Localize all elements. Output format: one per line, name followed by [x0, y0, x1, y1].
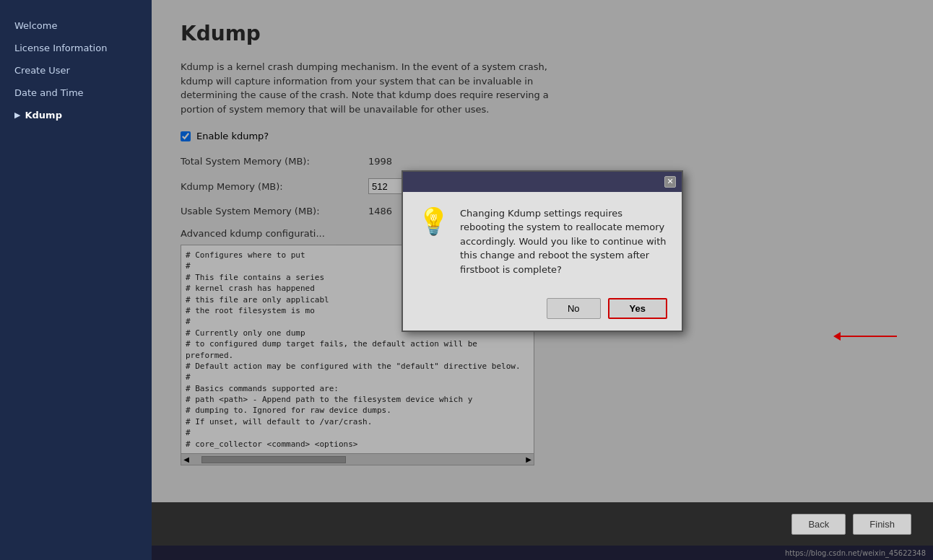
dialog-close-button[interactable]: ✕ — [664, 176, 676, 188]
bottom-bar: Back Finish — [152, 502, 933, 546]
url-bar: https://blog.csdn.net/weixin_45622348 — [152, 546, 933, 560]
dialog-buttons: No Yes — [403, 291, 682, 331]
dialog-message: Changing Kdump settings requires rebooti… — [460, 206, 667, 277]
sidebar-item-welcome-label: Welcome — [14, 20, 57, 31]
sidebar-item-datetime[interactable]: Date and Time — [0, 82, 152, 104]
sidebar: Welcome License Information Create User … — [0, 0, 152, 560]
sidebar-item-license[interactable]: License Information — [0, 37, 152, 59]
back-button[interactable]: Back — [791, 514, 846, 535]
dialog-titlebar: ✕ — [403, 172, 682, 192]
sidebar-item-kdump[interactable]: ▶ Kdump — [0, 104, 152, 126]
sidebar-item-createuser-label: Create User — [14, 65, 70, 76]
sidebar-item-license-label: License Information — [14, 43, 107, 53]
content-area: Kdump Kdump is a kernel crash dumping me… — [152, 0, 933, 502]
sidebar-item-createuser[interactable]: Create User — [0, 59, 152, 82]
callout-container: 点击Yes之后系统会重启 — [839, 336, 897, 337]
sidebar-item-datetime-label: Date and Time — [14, 87, 84, 98]
arrow-head — [833, 332, 841, 341]
dialog-overlay: ✕ 💡 Changing Kdump settings requires reb… — [152, 0, 933, 502]
dialog-yes-button[interactable]: Yes — [608, 298, 667, 319]
callout-arrow — [839, 336, 897, 337]
sidebar-item-kdump-label: Kdump — [25, 110, 62, 121]
sidebar-item-welcome[interactable]: Welcome — [0, 14, 152, 37]
kdump-arrow-icon: ▶ — [14, 110, 20, 120]
dialog-info-icon: 💡 — [417, 206, 450, 237]
finish-button[interactable]: Finish — [853, 514, 911, 535]
reboot-dialog: ✕ 💡 Changing Kdump settings requires reb… — [402, 170, 683, 333]
dialog-body: 💡 Changing Kdump settings requires reboo… — [403, 192, 682, 292]
main-layout: Welcome License Information Create User … — [0, 0, 933, 560]
url-text: https://blog.csdn.net/weixin_45622348 — [785, 549, 926, 557]
dialog-no-button[interactable]: No — [547, 298, 601, 319]
